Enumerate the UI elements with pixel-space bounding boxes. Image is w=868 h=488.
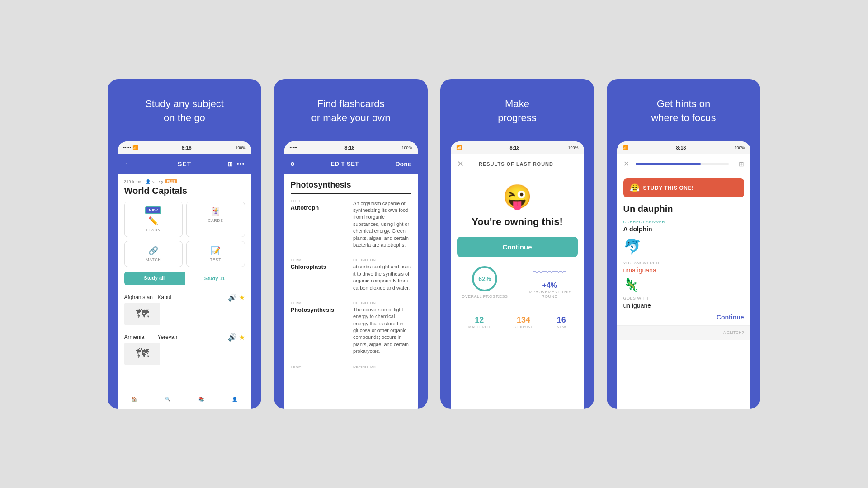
- sound-icon-1[interactable]: 🔊: [228, 293, 237, 302]
- test-icon: 📝: [211, 246, 221, 256]
- cards-mode[interactable]: 🃏 CARDS: [186, 202, 245, 237]
- status-time-1: 8:18: [182, 145, 192, 150]
- footer-profile[interactable]: 👤: [232, 397, 237, 402]
- study-11-btn[interactable]: Study 11: [184, 272, 245, 285]
- country-1: Afghanistan: [124, 294, 156, 300]
- learn-label: LEARN: [146, 228, 161, 232]
- def-label-3: DEFINITION: [353, 365, 411, 369]
- phone-mockup-4: 📶 8:18 100% ✕ ⊞ 😤: [617, 141, 750, 409]
- footer-search[interactable]: 🔍: [165, 397, 170, 402]
- battery-label-1: 100%: [235, 145, 245, 150]
- status-battery-3: 100%: [568, 145, 578, 150]
- study-banner: 😤 STUDY THIS ONE!: [623, 178, 744, 197]
- study-emoji: 😤: [630, 183, 640, 193]
- learn-mode[interactable]: NEW ✏️ LEARN: [124, 202, 183, 237]
- battery-label-3: 100%: [568, 145, 578, 150]
- feature-card-2: Find flashcards or make your own ••••• 8…: [274, 79, 428, 409]
- footer-home[interactable]: 🏠: [132, 397, 137, 402]
- phone2-content: Photosynthesis TITLE Autotroph An organi…: [284, 174, 418, 385]
- improvement-stat: 〰〰〰 +4% IMPROVEMENT THIS ROUND: [522, 266, 578, 299]
- match-mode[interactable]: 🔗 MATCH: [124, 241, 183, 267]
- status-time-4: 8:18: [676, 145, 686, 150]
- star-icon-1[interactable]: ★: [239, 293, 245, 302]
- close-button-3[interactable]: ✕: [457, 159, 464, 169]
- plus-badge: PLUS: [165, 179, 177, 183]
- terms-count-text: 319 terms: [124, 179, 142, 184]
- feature-title-3: Make progress: [484, 97, 550, 125]
- mastered-label: MASTERED: [468, 325, 490, 329]
- test-mode[interactable]: 📝 TEST: [186, 241, 245, 267]
- def-col-0: An organism capable of synthesizing its …: [353, 199, 411, 249]
- status-bar-4: 📶 8:18 100%: [617, 141, 750, 154]
- phone4-content: 😤 STUDY THIS ONE! Un dauphin CORRECT ANS…: [617, 174, 750, 325]
- nav-title-1: SET: [178, 160, 191, 168]
- status-bar-3: 📶 8:18 100%: [451, 141, 584, 154]
- bookmark-icon-1[interactable]: ⊞: [227, 160, 233, 168]
- status-time-3: 8:18: [509, 145, 519, 150]
- more-icon-1[interactable]: •••: [237, 160, 245, 168]
- battery-label-4: 100%: [734, 145, 745, 150]
- nav-title-3: RESULTS OF LAST ROUND: [479, 161, 553, 167]
- close-button-4[interactable]: ✕: [623, 160, 629, 168]
- row-afghanistan: Afghanistan Kabul 🔊 ★ 🗺: [124, 290, 245, 329]
- improvement-label: IMPROVEMENT THIS ROUND: [522, 290, 578, 299]
- divider-3: [451, 308, 584, 308]
- continue-button-3[interactable]: Continue: [457, 237, 578, 257]
- progress-heading: You're owning this!: [457, 216, 578, 228]
- cards-container: Study any subject on the go ••••• 📶 8:18…: [90, 61, 778, 427]
- cards-label: CARDS: [208, 218, 223, 223]
- studying-num: 134: [513, 315, 533, 325]
- map-1: 🗺: [124, 303, 160, 325]
- correct-answer: A dolphin: [623, 225, 744, 233]
- test-label: TEST: [210, 258, 221, 262]
- progress-emoji: 😜: [457, 183, 578, 211]
- sound-icon-2[interactable]: 🔊: [228, 333, 237, 342]
- study-counts: 12 MASTERED 134 STUDYING 16 NEW: [457, 315, 578, 329]
- star-icon-2[interactable]: ★: [239, 333, 245, 342]
- feature-title-2: Find flashcards or make your own: [298, 97, 404, 125]
- improvement-value: +4%: [522, 282, 578, 290]
- flashcard-term: Un dauphin: [623, 204, 744, 214]
- status-time-2: 8:18: [344, 145, 354, 150]
- footer-library[interactable]: 📚: [198, 397, 204, 402]
- study-text: STUDY THIS ONE!: [643, 185, 694, 191]
- done-button-2[interactable]: Done: [395, 160, 411, 168]
- iguana-image: 🦎: [623, 277, 744, 292]
- term-row-2: TERM Photosynthesis DEFINITION The conve…: [291, 301, 411, 360]
- map-shape-2: 🗺: [136, 346, 149, 361]
- feature-title-1: Study any subject on the go: [132, 97, 237, 125]
- signal-dots-1: •••••: [123, 145, 132, 150]
- progress-bar-4: [636, 163, 729, 165]
- status-signal-3: 📶: [456, 145, 462, 150]
- study-all-btn[interactable]: Study all: [124, 272, 185, 285]
- term-label-2: TERM: [291, 301, 349, 305]
- battery-label-2: 100%: [401, 145, 412, 150]
- new-badge: NEW: [145, 206, 161, 214]
- phone4-footer: A GLITCH?: [617, 325, 750, 340]
- def-label-1: DEFINITION: [353, 258, 411, 262]
- feature-title-4: Get hints on where to focus: [637, 97, 729, 125]
- status-signal-2: •••••: [290, 145, 298, 150]
- page-background: Study any subject on the go ••••• 📶 8:18…: [0, 0, 868, 488]
- status-battery-2: 100%: [401, 145, 412, 150]
- study-modes-grid: NEW ✏️ LEARN 🃏 CARDS 🔗 MATCH: [124, 202, 245, 267]
- username: valery: [152, 179, 163, 184]
- mastered-num: 12: [468, 315, 490, 325]
- progress-stats: 62% OVERALL PROGRESS 〰〰〰 +4% IMPROVEMENT…: [457, 266, 578, 299]
- phone-mockup-1: ••••• 📶 8:18 100% ← SET ⊞ •••: [118, 141, 251, 409]
- feature-card-3: Make progress 📶 8:18 100% ✕ RESULTS OF L…: [440, 79, 594, 409]
- grid-icon-4[interactable]: ⊞: [739, 160, 744, 168]
- set-title-1: World Capitals: [124, 186, 245, 196]
- new-num: 16: [557, 315, 566, 325]
- continue-button-4[interactable]: Continue: [623, 314, 744, 321]
- back-button-1[interactable]: ←: [124, 159, 133, 169]
- def-text-2: The conversion of light energy to chemic…: [353, 306, 411, 355]
- def-col-3: DEFINITION: [353, 365, 411, 370]
- term-col-0: TITLE Autotroph: [291, 199, 349, 249]
- def-text-0: An organism capable of synthesizing its …: [353, 200, 411, 249]
- term-row-0: TITLE Autotroph An organism capable of s…: [291, 199, 411, 254]
- goes-with-label: GOES WITH: [623, 296, 744, 300]
- match-label: MATCH: [146, 258, 161, 262]
- overall-progress-stat: 62% OVERALL PROGRESS: [457, 266, 513, 299]
- status-bar-2: ••••• 8:18 100%: [284, 141, 418, 154]
